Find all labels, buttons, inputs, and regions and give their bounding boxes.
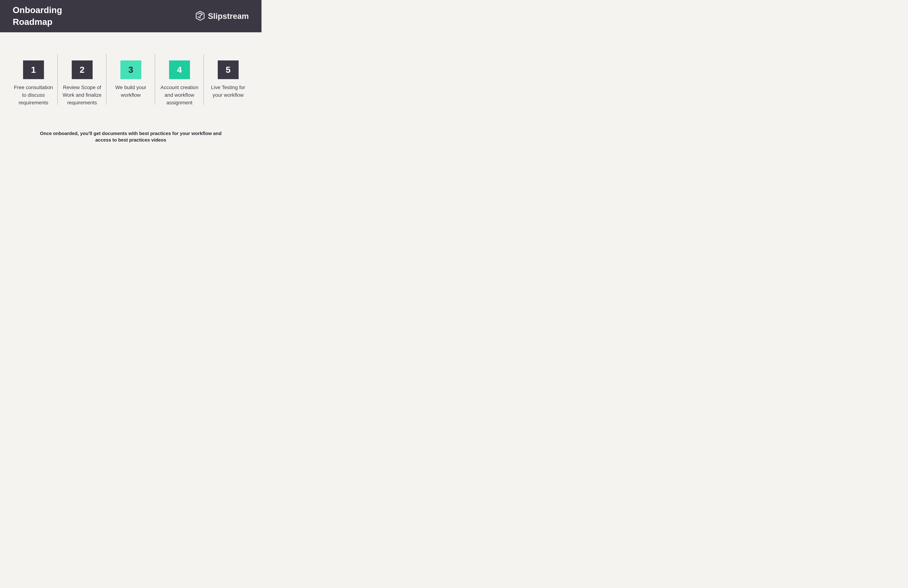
step-5: 5 Live Testing for your workflow bbox=[204, 54, 253, 99]
step-5-description: Live Testing for your workflow bbox=[208, 84, 249, 99]
step-1-number: 1 bbox=[23, 60, 44, 79]
step-3-number: 3 bbox=[121, 60, 141, 79]
step-4-description: Account creation and workflow assignment bbox=[159, 84, 200, 106]
step-2-number: 2 bbox=[72, 60, 93, 79]
step-2: 2 Review Scope of Work and finalize requ… bbox=[58, 54, 106, 106]
brand-name: Slipstream bbox=[208, 11, 249, 21]
page-title: Onboarding Roadmap bbox=[13, 4, 62, 28]
title-line-2: Roadmap bbox=[13, 17, 53, 27]
step-5-number: 5 bbox=[218, 60, 238, 79]
step-2-description: Review Scope of Work and finalize requir… bbox=[61, 84, 103, 106]
step-4-number: 4 bbox=[169, 60, 190, 79]
step-1-description: Free consultation to discuss requirement… bbox=[13, 84, 54, 106]
hexagon-logo-icon bbox=[196, 11, 204, 22]
title-line-1: Onboarding bbox=[13, 5, 62, 15]
step-3-description: We build your workflow bbox=[110, 84, 151, 99]
step-1: 1 Free consultation to discuss requireme… bbox=[9, 54, 58, 106]
steps-row: 1 Free consultation to discuss requireme… bbox=[0, 54, 261, 106]
brand: Slipstream bbox=[196, 11, 249, 22]
footer-note: Once onboarded, you'll get documents wit… bbox=[0, 130, 261, 143]
page-header: Onboarding Roadmap Slipstream bbox=[0, 0, 261, 32]
step-3: 3 We build your workflow bbox=[106, 54, 155, 99]
step-4: 4 Account creation and workflow assignme… bbox=[155, 54, 204, 106]
